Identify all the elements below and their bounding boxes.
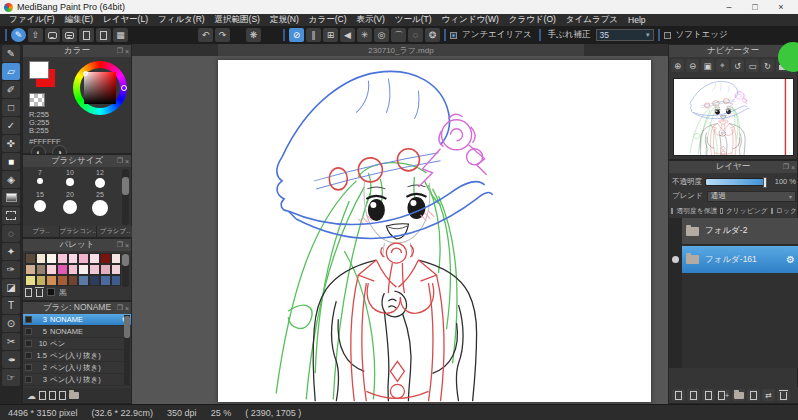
magic-wand-tool[interactable]: ✦	[2, 243, 20, 260]
brush-checkbox[interactable]	[25, 316, 32, 323]
document-tab[interactable]: 230710_ラフ.mdp	[218, 44, 584, 56]
menu-select[interactable]: 選択範囲(S)	[210, 14, 265, 26]
parallel-snap-button[interactable]: ∥	[306, 28, 321, 42]
medibang-cloud-button[interactable]: ✎	[11, 28, 26, 42]
palette-swatch[interactable]	[46, 264, 57, 275]
brush-tool[interactable]: ✎	[2, 45, 20, 62]
tab-brush-control[interactable]: ブラシコン‥	[60, 226, 96, 237]
palette-swatch[interactable]	[25, 275, 36, 286]
brush-size-option[interactable]: 7	[25, 169, 55, 188]
menu-timelapse[interactable]: タイムラプス	[561, 14, 623, 26]
protect-alpha-checkbox[interactable]	[671, 208, 673, 214]
fit-screen-button[interactable]: ▣	[701, 59, 714, 72]
gear-icon[interactable]: ⚙	[786, 254, 795, 265]
undo-button[interactable]: ↶	[198, 28, 213, 42]
brush-size-option[interactable]: 12	[85, 169, 115, 188]
figure-tool[interactable]: □	[2, 99, 20, 116]
saturation-square[interactable]	[84, 72, 116, 104]
menu-help[interactable]: Help	[623, 15, 650, 25]
visibility-dot[interactable]	[672, 256, 679, 263]
scrollbar-thumb[interactable]	[122, 177, 129, 195]
palette-swatch[interactable]	[68, 275, 79, 286]
brush-row[interactable]: 3 ペン(入り抜き)	[23, 374, 131, 386]
select-tool[interactable]	[2, 207, 20, 224]
hand-tool[interactable]: ☞	[2, 369, 20, 386]
publish-button[interactable]: ⇧	[28, 28, 43, 42]
maximize-button[interactable]: □	[742, 0, 768, 14]
canvas[interactable]	[218, 60, 651, 402]
ellipse-snap-button[interactable]: ◌	[408, 28, 423, 42]
add-color-icon[interactable]	[25, 288, 32, 297]
control-tool[interactable]: ✓	[2, 117, 20, 134]
lock-checkbox[interactable]	[771, 208, 773, 214]
palette-swatch[interactable]	[100, 253, 111, 264]
cross-snap-button[interactable]: ⊞	[323, 28, 338, 42]
menu-layer[interactable]: レイヤー(L)	[98, 14, 153, 26]
document-list-button[interactable]	[96, 28, 111, 42]
popout-icon[interactable]: ❐	[783, 163, 789, 171]
smudge-tool[interactable]: ✐	[2, 81, 20, 98]
rotate-reset-button[interactable]: ❋	[246, 28, 261, 42]
layer-from-canvas-button[interactable]	[702, 389, 715, 401]
palette-swatch[interactable]	[46, 275, 57, 286]
palette-swatch[interactable]	[25, 264, 36, 275]
layer-row-folder-161[interactable]: フォルダ-161 ⚙	[682, 246, 798, 273]
palette-swatch[interactable]	[57, 253, 68, 264]
palette-swatch[interactable]	[111, 264, 122, 275]
lasso-tool[interactable]: ◌	[2, 225, 20, 242]
menu-ruler[interactable]: 定規(N)	[265, 14, 304, 26]
antialias-checkbox[interactable]	[450, 32, 457, 39]
palette-swatch[interactable]	[111, 253, 122, 264]
add-brush-icon[interactable]	[39, 391, 46, 400]
comment-button[interactable]	[45, 28, 60, 42]
popout-icon[interactable]: ❐	[117, 157, 123, 165]
palette-swatch[interactable]	[100, 264, 111, 275]
navigator-preview[interactable]	[673, 78, 794, 156]
scrollbar-thumb[interactable]	[124, 316, 130, 338]
menu-edit[interactable]: 編集(E)	[60, 14, 98, 26]
folder-icon[interactable]	[69, 392, 79, 399]
layer-convert-button[interactable]: ⇄	[762, 389, 775, 401]
brush-size-option[interactable]: 10	[55, 169, 85, 188]
close-icon[interactable]: ×	[791, 164, 795, 171]
layer-row-folder-2[interactable]: フォルダ-2	[682, 218, 798, 245]
brush-size-option[interactable]: 20	[55, 191, 85, 216]
reset-view-button[interactable]: ▭	[746, 59, 759, 72]
feedback-button[interactable]	[62, 28, 77, 42]
palette-swatch[interactable]	[78, 264, 89, 275]
brush-checkbox[interactable]	[25, 364, 32, 371]
new-folder-button[interactable]	[732, 389, 745, 401]
menu-window[interactable]: ウィンドウ(W)	[437, 14, 504, 26]
palette-swatch[interactable]	[25, 253, 36, 264]
palette-swatch[interactable]	[36, 253, 47, 264]
brush-row[interactable]: 1.5 ペン(入り抜き)	[23, 350, 131, 362]
brush-checkbox[interactable]	[25, 328, 32, 335]
palette-swatch[interactable]	[89, 275, 100, 286]
clipping-checkbox[interactable]	[720, 208, 722, 214]
eraser-tool[interactable]: ▱	[2, 63, 20, 80]
popout-icon[interactable]: ❐	[117, 47, 123, 55]
duplicate-brush-icon[interactable]	[49, 391, 56, 400]
zoom-in-button[interactable]: ⊕	[671, 59, 684, 72]
actual-pixels-button[interactable]: ⌖	[716, 59, 729, 72]
select-pen-tool[interactable]: ✑	[2, 261, 20, 278]
brush-row[interactable]: 3 NONAME ⚙	[23, 314, 131, 326]
brush-checkbox[interactable]	[25, 376, 32, 383]
brush-row[interactable]: 10 ペン	[23, 338, 131, 350]
palette-swatch[interactable]	[111, 275, 122, 286]
brush-size-option[interactable]: 15	[25, 191, 55, 216]
blend-select[interactable]: 通過 ▾	[707, 191, 796, 202]
hue-cursor[interactable]	[121, 85, 127, 91]
shape-fill-tool[interactable]: ■	[2, 153, 20, 170]
scrollbar-thumb[interactable]	[122, 254, 129, 266]
brush-settings-icon[interactable]	[59, 391, 66, 400]
saturation-cursor[interactable]	[83, 71, 88, 76]
menu-filter[interactable]: フィルタ(R)	[153, 14, 210, 26]
gradient-tool[interactable]	[2, 189, 20, 206]
tab-brush-preview[interactable]: ブラシプ‥	[97, 226, 133, 237]
redo-button[interactable]: ↷	[215, 28, 230, 42]
popout-icon[interactable]: ❐	[117, 241, 123, 249]
brush-row[interactable]: 5 NONAME	[23, 326, 131, 338]
brush-row[interactable]: 2 ペン(入り抜き)	[23, 362, 131, 374]
close-icon[interactable]: ×	[125, 158, 129, 165]
